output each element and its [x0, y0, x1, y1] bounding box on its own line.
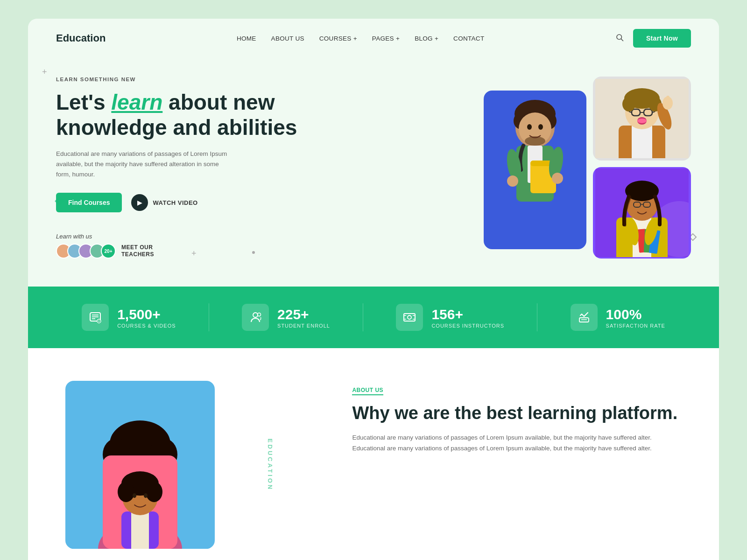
stat-courses-text: 1,500+ COURSES & VIDEOS — [117, 307, 176, 329]
stat-courses-label: COURSES & VIDEOS — [117, 323, 176, 329]
stat-divider-1 — [209, 303, 209, 331]
hero-top-image — [593, 77, 691, 161]
svg-rect-87 — [131, 511, 149, 549]
svg-point-58 — [253, 313, 258, 317]
hero-bottom-image — [593, 167, 691, 259]
svg-rect-35 — [666, 96, 669, 106]
about-eyebrow: ABOUT US — [352, 387, 383, 395]
about-description: Educational are many variations of passa… — [352, 433, 682, 454]
learn-with-us-label: Learn with us — [56, 233, 299, 240]
about-section: EDUCATION ABOUT US Why we are the best l… — [28, 348, 719, 560]
avatar-count: 20+ — [101, 244, 116, 259]
hero-left: LEARN SOMETHING NEW Let's learn about ne… — [56, 77, 299, 259]
teachers-row: 20+ MEET OUR TEACHERS — [56, 244, 299, 259]
navbar-right: Start Now — [615, 29, 691, 48]
about-overlay-image — [103, 455, 177, 549]
stat-satisfaction: 100% SATISFACTION RATE — [571, 304, 665, 331]
nav-contact[interactable]: CONTACT — [453, 35, 484, 42]
stat-students-number: 225+ — [277, 307, 330, 322]
hero-eyebrow: LEARN SOMETHING NEW — [56, 77, 299, 82]
learn-with-us: Learn with us 20+ MEET OUR TEACHERS — [56, 233, 299, 259]
play-icon: ▶ — [131, 194, 148, 211]
stat-students: 225+ STUDENT ENROLL — [242, 304, 330, 331]
meet-teachers-label[interactable]: MEET OUR TEACHERS — [121, 244, 154, 259]
svg-point-32 — [637, 119, 647, 123]
stat-instructors-label: COURSES INSTRUCTORS — [431, 323, 504, 329]
logo: Education — [56, 32, 106, 44]
hero-actions: Find Courses ▶ WATCH VIDEO — [56, 193, 299, 212]
stat-courses-number: 1,500+ — [117, 307, 176, 322]
hero-main-image — [484, 91, 586, 249]
stat-courses: 1,500+ COURSES & VIDEOS — [82, 304, 176, 331]
nav-links: HOME ABOUT US COURSES + PAGES + BLOG + C… — [237, 35, 485, 42]
about-right: ABOUT US Why we are the best learning pl… — [352, 381, 682, 454]
stat-satisfaction-icon — [571, 304, 598, 331]
stat-satisfaction-text: 100% SATISFACTION RATE — [606, 307, 665, 329]
start-now-button[interactable]: Start Now — [633, 29, 691, 48]
svg-point-92 — [133, 493, 136, 498]
svg-point-17 — [507, 175, 518, 187]
stat-satisfaction-label: SATISFACTION RATE — [606, 323, 665, 329]
nav-pages[interactable]: PAGES + — [372, 35, 400, 42]
watch-video-label: WATCH VIDEO — [153, 199, 197, 206]
stat-instructors-text: 156+ COURSES INSTRUCTORS — [431, 307, 504, 329]
svg-rect-21 — [632, 126, 652, 158]
svg-point-8 — [527, 124, 532, 130]
svg-point-90 — [118, 482, 134, 502]
find-courses-button[interactable]: Find Courses — [56, 193, 122, 212]
hero-right — [386, 77, 691, 259]
search-icon[interactable] — [615, 33, 624, 44]
stats-bar: 1,500+ COURSES & VIDEOS 225+ STUDENT EN — [28, 287, 719, 348]
stat-instructors-number: 156+ — [431, 307, 504, 322]
nav-courses[interactable]: COURSES + — [319, 35, 357, 42]
svg-point-61 — [408, 315, 411, 319]
nav-home[interactable]: HOME — [237, 35, 256, 42]
hero-title: Let's learn about new knowledge and abil… — [56, 90, 299, 140]
watch-video-button[interactable]: ▶ WATCH VIDEO — [131, 194, 197, 211]
stat-divider-2 — [363, 303, 363, 331]
navbar: Education HOME ABOUT US COURSES + PAGES … — [28, 19, 719, 58]
stat-satisfaction-number: 100% — [606, 307, 665, 322]
hero-side-images — [593, 77, 691, 259]
education-vertical-text: EDUCATION — [267, 439, 274, 491]
about-left: EDUCATION — [65, 381, 324, 549]
stat-students-text: 225+ STUDENT ENROLL — [277, 307, 330, 329]
svg-point-9 — [538, 124, 543, 130]
hero-title-prefix: Let's — [56, 90, 111, 114]
nav-blog[interactable]: BLOG + — [415, 35, 438, 42]
hero-section: + + LEARN SOMETHING NEW Let's learn abou… — [28, 58, 719, 287]
stat-students-icon — [242, 304, 269, 331]
svg-point-91 — [146, 482, 162, 502]
svg-point-18 — [552, 173, 563, 184]
stat-instructors: 156+ COURSES INSTRUCTORS — [396, 304, 504, 331]
deco-plus-1: + — [42, 67, 47, 77]
svg-rect-60 — [404, 314, 415, 321]
hero-title-highlight: learn — [111, 90, 162, 114]
stat-instructors-icon — [396, 304, 423, 331]
stat-courses-icon — [82, 304, 109, 331]
hero-description: Educational are many variations of passa… — [56, 149, 233, 180]
stat-students-label: STUDENT ENROLL — [277, 323, 330, 329]
svg-point-29 — [622, 97, 635, 112]
nav-about[interactable]: ABOUT US — [271, 35, 304, 42]
about-title: Why we are the best learning platform. — [352, 403, 682, 424]
svg-line-1 — [621, 39, 623, 41]
stat-divider-3 — [537, 303, 537, 331]
svg-point-93 — [144, 493, 148, 498]
avatars-stack: 20+ — [56, 244, 116, 259]
